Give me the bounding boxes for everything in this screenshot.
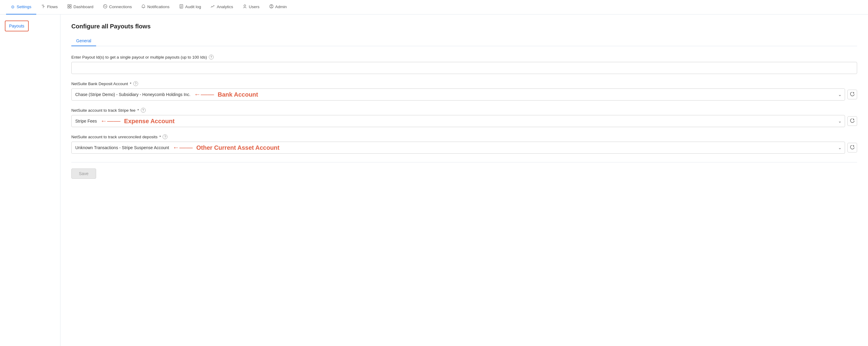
unreconciled-value: Unknown Transactions - Stripe Suspense A… xyxy=(75,145,169,150)
users-icon xyxy=(243,4,247,9)
bank-deposit-select-row: Chase (Stripe Demo) - Subsidiary - Honey… xyxy=(71,89,857,101)
bank-deposit-select[interactable]: Chase (Stripe Demo) - Subsidiary - Honey… xyxy=(71,89,845,101)
tab-general[interactable]: General xyxy=(71,36,96,46)
stripe-fee-select-row: Stripe Fees ←—— Expense Account ⌄ xyxy=(71,115,857,127)
connections-icon xyxy=(103,4,107,9)
flows-icon xyxy=(41,4,45,9)
svg-rect-0 xyxy=(68,4,69,6)
stripe-fee-annotation: Expense Account xyxy=(124,118,175,125)
stripe-fee-value: Stripe Fees xyxy=(75,119,97,124)
unreconciled-select-row: Unknown Transactions - Stripe Suspense A… xyxy=(71,142,857,154)
refresh-icon-2 xyxy=(850,119,855,124)
nav-item-users[interactable]: Users xyxy=(238,0,264,14)
stripe-fee-arrow: ←—— xyxy=(101,117,121,125)
refresh-icon xyxy=(850,92,855,97)
save-button[interactable]: Save xyxy=(71,169,96,179)
bank-deposit-refresh-button[interactable] xyxy=(847,90,857,99)
tabs: General xyxy=(71,36,857,46)
svg-rect-1 xyxy=(70,4,71,6)
chevron-down-icon: ⌄ xyxy=(838,92,842,97)
stripe-fee-select[interactable]: Stripe Fees ←—— Expense Account ⌄ xyxy=(71,115,845,127)
layout: Payouts Configure all Payouts flows Gene… xyxy=(0,14,868,346)
notifications-icon xyxy=(142,4,145,10)
svg-point-11 xyxy=(271,5,272,6)
top-nav: ⚙ Settings Flows Dashboard Conn xyxy=(0,0,868,14)
payout-ids-input[interactable] xyxy=(71,62,857,74)
bank-deposit-value: Chase (Stripe Demo) - Subsidiary - Honey… xyxy=(75,92,190,97)
admin-icon xyxy=(269,4,274,9)
audit-log-icon xyxy=(179,4,183,9)
nav-item-notifications[interactable]: Notifications xyxy=(136,0,175,14)
unreconciled-arrow: ←—— xyxy=(173,144,193,151)
unreconciled-help-icon[interactable]: ? xyxy=(163,134,167,139)
payout-ids-label: Enter Payout Id(s) to get a single payou… xyxy=(71,55,857,60)
stripe-fee-field-group: NetSuite account to track Stripe fee * ?… xyxy=(71,108,857,127)
stripe-fee-refresh-button[interactable] xyxy=(847,116,857,126)
sidebar-item-payouts[interactable]: Payouts xyxy=(5,21,29,31)
bank-deposit-annotation: Bank Account xyxy=(218,91,258,98)
unreconciled-refresh-button[interactable] xyxy=(847,143,857,152)
page-title: Configure all Payouts flows xyxy=(71,23,857,30)
payout-ids-field-group: Enter Payout Id(s) to get a single payou… xyxy=(71,55,857,74)
stripe-fee-help-icon[interactable]: ? xyxy=(141,108,146,113)
unreconciled-label: NetSuite account to track unreconciled d… xyxy=(71,134,857,139)
chevron-down-icon-3: ⌄ xyxy=(838,145,842,150)
nav-item-admin[interactable]: Admin xyxy=(265,0,292,14)
unreconciled-annotation: Other Current Asset Account xyxy=(196,144,280,151)
settings-icon: ⚙ xyxy=(11,4,15,9)
analytics-icon xyxy=(211,4,215,9)
main-content: Configure all Payouts flows General Ente… xyxy=(60,14,868,346)
bank-deposit-help-icon[interactable]: ? xyxy=(133,81,138,86)
svg-rect-2 xyxy=(68,7,69,8)
stripe-fee-label: NetSuite account to track Stripe fee * ? xyxy=(71,108,857,113)
sidebar: Payouts xyxy=(0,14,60,346)
chevron-down-icon-2: ⌄ xyxy=(838,119,842,124)
nav-item-analytics[interactable]: Analytics xyxy=(206,0,238,14)
nav-item-flows[interactable]: Flows xyxy=(36,0,63,14)
bank-deposit-arrow: ←—— xyxy=(194,91,214,98)
refresh-icon-3 xyxy=(850,145,855,150)
dashboard-icon xyxy=(67,4,72,9)
divider xyxy=(71,162,857,163)
bank-deposit-field-group: NetSuite Bank Deposit Account * ? Chase … xyxy=(71,81,857,101)
nav-item-connections[interactable]: Connections xyxy=(98,0,136,14)
svg-point-9 xyxy=(244,5,246,7)
svg-rect-3 xyxy=(70,7,71,8)
nav-item-audit-log[interactable]: Audit log xyxy=(175,0,206,14)
nav-item-dashboard[interactable]: Dashboard xyxy=(63,0,98,14)
unreconciled-field-group: NetSuite account to track unreconciled d… xyxy=(71,134,857,154)
unreconciled-select[interactable]: Unknown Transactions - Stripe Suspense A… xyxy=(71,142,845,154)
payout-ids-help-icon[interactable]: ? xyxy=(209,55,214,60)
nav-item-settings[interactable]: ⚙ Settings xyxy=(6,0,36,14)
bank-deposit-label: NetSuite Bank Deposit Account * ? xyxy=(71,81,857,86)
